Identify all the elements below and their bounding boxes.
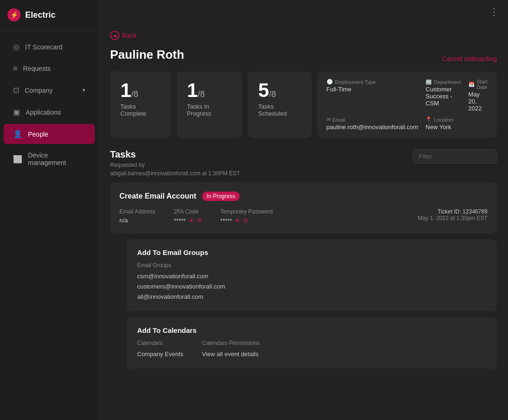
temp-password-masked: *****: [220, 217, 232, 224]
stat-card-2: 5/8 Tasks Scheduled: [248, 71, 311, 138]
sidebar-item-device-management[interactable]: ⬜ Device management: [4, 146, 95, 172]
calendars-col-0-label: Calendars: [137, 340, 183, 346]
sidebar-item-company[interactable]: ⊡ Company ▾: [4, 80, 95, 100]
chevron-down-icon: ▾: [83, 87, 85, 93]
eye-icon-2fa[interactable]: 👁: [188, 217, 195, 224]
copy-icon-2fa[interactable]: ⧉: [197, 217, 202, 224]
calendars-col-1-value: View all event details: [202, 349, 259, 359]
sidebar: ⚡ Electric ◎ IT Scorecard ≡ Requests ⊡ C…: [0, 0, 99, 420]
sidebar-item-label: Company: [25, 87, 53, 94]
calendars-fields: Calendars Company Events Calendars Permi…: [137, 340, 487, 359]
employment-type-label: 🕐 Employment Type: [327, 79, 418, 85]
start-date-value: May 20, 2022: [468, 91, 487, 112]
info-location: 📍 Location New York: [425, 117, 460, 131]
stat-denom-2: /8: [269, 90, 276, 99]
task-card-calendars: Add To Calendars Calendars Company Event…: [127, 317, 497, 369]
app-name: Electric: [25, 10, 56, 20]
sidebar-item-label: People: [28, 131, 49, 138]
calendar-icon: 📅: [468, 82, 475, 88]
email-group-3: all@innovationforall.com: [137, 292, 487, 302]
stat-number-2: 5/8: [258, 81, 301, 100]
back-label: Back: [122, 32, 137, 39]
department-value: Customer Success - CSM: [425, 86, 460, 107]
calendars-title: Add To Calendars: [137, 326, 487, 334]
calendars-col-1-label: Calendars Permissions: [202, 340, 259, 346]
task-card-email-groups: Add To Email Groups Email Groups csm@inn…: [127, 239, 497, 311]
sidebar-item-label: Applications: [26, 109, 61, 116]
email-group-1: csm@innovationforall.com: [137, 271, 487, 282]
email-label: ✉ Email: [327, 117, 418, 123]
people-icon: 👤: [13, 130, 22, 138]
stat-denom-0: /8: [131, 90, 138, 99]
page-title: Pauline Roth: [110, 48, 497, 62]
task-fields: Email Address n/a 2FA Code ***** 👁 ⧉ Tem…: [119, 208, 487, 224]
location-icon: 📍: [425, 117, 432, 123]
2fa-label: 2FA Code: [174, 208, 202, 215]
task-card-create-email: Create Email Account In Progress Email A…: [110, 182, 497, 234]
page-content: Cancel onboarding ◀ Back Pauline Roth 1/…: [99, 23, 508, 420]
email-address-label: Email Address: [119, 208, 155, 215]
copy-icon-password[interactable]: ⧉: [244, 217, 248, 224]
ticket-date: May 1, 2022 at 1:30pm EST: [418, 215, 487, 221]
eye-icon-password[interactable]: 👁: [235, 217, 241, 224]
sidebar-item-requests[interactable]: ≡ Requests: [4, 59, 95, 78]
calendars-col-1: Calendars Permissions View all event det…: [202, 340, 259, 359]
it-scorecard-icon: ◎: [13, 42, 20, 51]
task-card-header: Create Email Account In Progress: [119, 192, 487, 201]
temp-password-value-row: ***** 👁 ⧉: [220, 217, 273, 224]
stat-label-2: Tasks Scheduled: [258, 103, 301, 117]
location-label: 📍 Location: [425, 117, 460, 123]
stat-number-0: 1/8: [120, 81, 161, 100]
sidebar-item-label: Requests: [23, 65, 50, 72]
task-field-2fa: 2FA Code ***** 👁 ⧉: [174, 208, 202, 224]
app-logo: ⚡ Electric: [0, 0, 98, 30]
logo-icon: ⚡: [7, 8, 21, 21]
email-groups-label: Email Groups: [137, 262, 487, 269]
calendars-col-0: Calendars Company Events: [137, 340, 183, 359]
info-department: 🏢 Department Customer Success - CSM: [425, 79, 460, 112]
email-group-2: customers@innovationforall.com: [137, 282, 487, 292]
back-circle-icon: ◀: [110, 31, 119, 40]
top-bar: ⋮: [99, 0, 508, 23]
sidebar-nav: ◎ IT Scorecard ≡ Requests ⊡ Company ▾ ▣ …: [0, 30, 98, 420]
info-start-date: 📅 Start Date May 20, 2022: [468, 79, 487, 112]
tasks-requested-by-value: abigail.barnes@innovationforall.com at 1…: [110, 170, 240, 177]
start-date-label: 📅 Start Date: [468, 79, 487, 90]
sidebar-item-label: Device management: [28, 151, 85, 166]
back-link[interactable]: ◀ Back: [110, 31, 497, 40]
stat-label-0: Tasks Complete: [120, 103, 161, 117]
filter-input[interactable]: [413, 149, 497, 164]
requests-icon: ≡: [13, 64, 17, 73]
stats-row: 1/8 Tasks Complete 1/8 Tasks In Progress…: [110, 71, 497, 138]
main-content: ⋮ Cancel onboarding ◀ Back Pauline Roth …: [99, 0, 508, 420]
status-badge: In Progress: [202, 192, 240, 201]
tasks-header: Tasks Requested by abigail.barnes@innova…: [110, 149, 497, 177]
info-employment-type: 🕐 Employment Type Full-Time: [327, 79, 418, 112]
stat-label-1: Tasks In Progress: [187, 103, 232, 117]
location-value: New York: [425, 124, 460, 131]
stat-denom-1: /8: [198, 90, 205, 99]
2fa-masked: *****: [174, 217, 186, 224]
email-address-value: n/a: [119, 217, 155, 224]
device-icon: ⬜: [13, 155, 22, 164]
sidebar-item-people[interactable]: 👤 People: [4, 124, 95, 144]
stat-number-1: 1/8: [187, 81, 232, 100]
task-field-email-address: Email Address n/a: [119, 208, 155, 224]
tasks-requested-by-label: Requested by: [110, 162, 240, 168]
task-field-temp-password: Temporary Password ***** 👁 ⧉: [220, 208, 273, 224]
info-email: ✉ Email pauline.roth@innovationforall.co…: [327, 117, 418, 131]
2fa-value-row: ***** 👁 ⧉: [174, 217, 202, 224]
sidebar-item-label: IT Scorecard: [25, 43, 63, 51]
tasks-title: Tasks: [110, 149, 240, 160]
email-value: pauline.roth@innovationforall.com: [327, 124, 418, 131]
department-label: 🏢 Department: [425, 79, 460, 85]
stat-card-0: 1/8 Tasks Complete: [110, 71, 171, 138]
temp-password-label: Temporary Password: [220, 208, 273, 215]
building-icon: 🏢: [425, 79, 432, 85]
more-options-button[interactable]: ⋮: [489, 6, 499, 17]
stat-card-1: 1/8 Tasks In Progress: [177, 71, 243, 138]
cancel-onboarding-button[interactable]: Cancel onboarding: [442, 55, 497, 62]
calendars-col-0-value: Company Events: [137, 349, 183, 359]
sidebar-item-applications[interactable]: ▣ Applications: [4, 102, 95, 122]
sidebar-item-it-scorecard[interactable]: ◎ IT Scorecard: [4, 37, 95, 57]
